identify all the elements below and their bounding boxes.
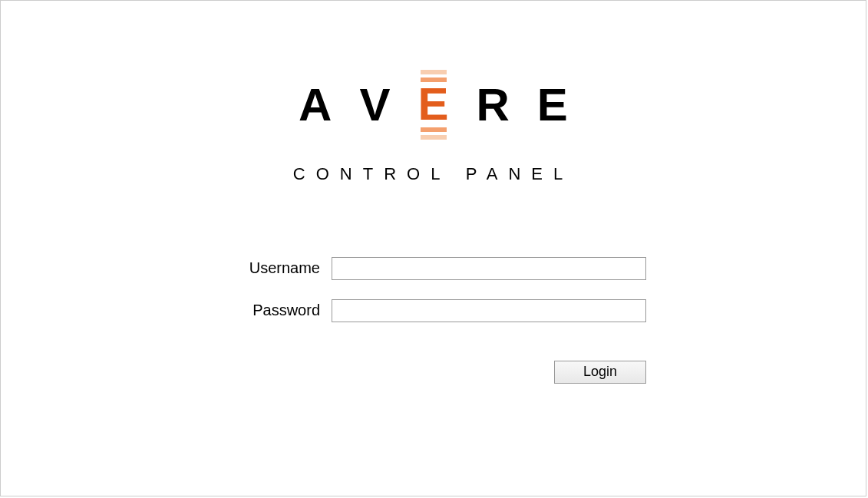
logo-area: A V E R E CONTROL PANEL xyxy=(1,1,866,184)
username-row: Username xyxy=(220,257,646,280)
brand-logo: A V E R E CONTROL PANEL xyxy=(293,70,573,184)
username-label: Username xyxy=(220,259,320,277)
login-form: Username Password Login xyxy=(1,257,866,384)
password-label: Password xyxy=(220,302,320,319)
username-input[interactable] xyxy=(332,257,646,280)
password-input[interactable] xyxy=(332,299,646,322)
button-row: Login xyxy=(220,361,646,384)
brand-letter-a: A xyxy=(299,78,332,131)
brand-letter-e: E xyxy=(417,87,448,123)
login-button[interactable]: Login xyxy=(554,361,646,384)
decor-bar-icon xyxy=(421,70,447,74)
brand-letter-r: R xyxy=(477,78,510,131)
password-row: Password xyxy=(220,299,646,322)
brand-letter-e2: E xyxy=(537,78,568,131)
login-panel: A V E R E CONTROL PANEL Username Passwor… xyxy=(0,0,866,496)
brand-row: A V E R E xyxy=(293,70,573,140)
brand-e-stack: E xyxy=(417,70,448,140)
decor-bar-icon xyxy=(421,127,447,132)
decor-bar-icon xyxy=(421,135,447,140)
brand-subtitle: CONTROL PANEL xyxy=(293,164,573,184)
brand-letter-v: V xyxy=(359,78,390,131)
